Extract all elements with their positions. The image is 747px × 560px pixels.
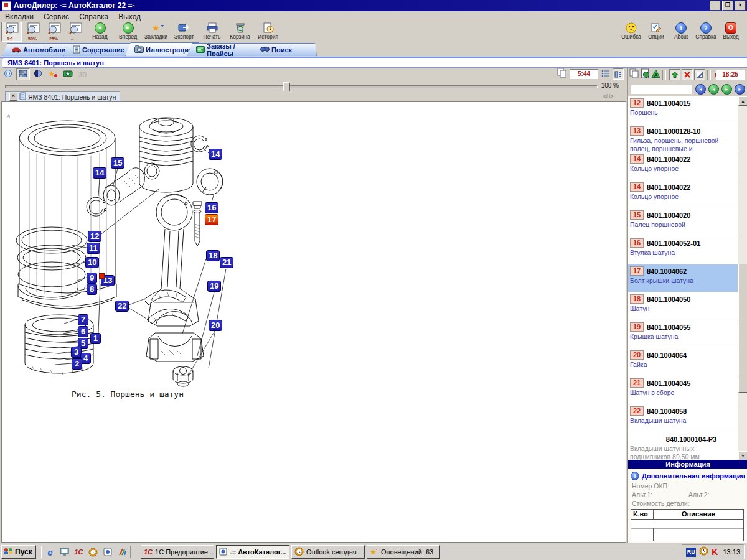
- panel-toolbar-button[interactable]: [641, 68, 650, 81]
- part-callout[interactable]: 10: [85, 257, 99, 268]
- view-mode-button[interactable]: ★: [46, 68, 60, 80]
- list-view-icon[interactable]: [601, 68, 611, 80]
- start-button[interactable]: Пуск: [1, 545, 36, 559]
- scroll-thumb[interactable]: [738, 264, 747, 393]
- part-callout[interactable]: 11: [87, 243, 100, 254]
- zoom-button[interactable]: 50%: [22, 22, 43, 42]
- toolbar-button[interactable]: ? Справка: [693, 22, 718, 40]
- desktop-icon[interactable]: [59, 546, 70, 558]
- view-mode-button[interactable]: [61, 68, 75, 80]
- zoom-button[interactable]: ↔: [65, 22, 85, 42]
- part-row[interactable]: 20 840.1004064 Гайка: [628, 348, 738, 376]
- part-callout[interactable]: 1: [90, 333, 101, 344]
- zoom-button[interactable]: 25%: [44, 22, 64, 42]
- tab[interactable]: Поиск: [251, 43, 317, 56]
- part-callout[interactable]: 8: [87, 284, 97, 295]
- part-callout[interactable]: 14: [209, 149, 222, 160]
- zoom-button[interactable]: 1:1: [1, 22, 22, 42]
- part-callout[interactable]: 22: [115, 301, 129, 312]
- part-callout[interactable]: 20: [209, 320, 222, 331]
- part-callout[interactable]: 12: [88, 231, 101, 242]
- copy-icon[interactable]: [557, 68, 567, 80]
- part-row[interactable]: 21 8401.1004045 Шатун в сборе: [628, 376, 738, 404]
- part-row[interactable]: 840.1000104-Р3 Вкладыши шатунных подшипн…: [628, 432, 738, 460]
- clock-icon[interactable]: [87, 546, 99, 558]
- part-callout[interactable]: 14: [93, 167, 106, 179]
- part-callout[interactable]: 6: [78, 326, 88, 337]
- nav-last-icon[interactable]: ►: [735, 83, 745, 95]
- list-view2-icon[interactable]: [613, 68, 624, 80]
- toolbar-button[interactable]: Опции: [644, 22, 669, 40]
- panel-toolbar-button[interactable]: [694, 68, 705, 81]
- scroll-up-arrow[interactable]: ▲: [738, 96, 747, 106]
- language-indicator[interactable]: RU: [686, 548, 696, 557]
- part-row[interactable]: 13 8401.1000128-10 Гильза, поршень, порш…: [628, 124, 738, 152]
- zoom-slider-track[interactable]: [5, 85, 598, 88]
- part-row[interactable]: 15 8401.1004020 Палец поршневой: [628, 208, 738, 236]
- close-doc-icon[interactable]: ×: [9, 93, 17, 101]
- part-row[interactable]: 19 8401.1004055 Крышка шатуна: [628, 320, 738, 348]
- menu-item[interactable]: Вкладки: [0, 12, 39, 22]
- parts-scrollbar[interactable]: ▲ ▼: [738, 96, 747, 460]
- nav-prev-icon[interactable]: ◄: [708, 83, 719, 95]
- toolbar-button[interactable]: i About: [669, 22, 693, 40]
- ie-icon[interactable]: e: [44, 546, 56, 558]
- part-callout[interactable]: 7: [78, 314, 88, 325]
- nav-next-icon[interactable]: ►: [721, 83, 732, 95]
- view-mode-button[interactable]: [16, 68, 30, 80]
- restore-button[interactable]: ❐: [722, 1, 733, 11]
- panel-toolbar-button[interactable]: [707, 70, 711, 80]
- part-row[interactable]: 18 8401.1004050 Шатун: [628, 292, 738, 320]
- part-callout[interactable]: 21: [220, 257, 233, 268]
- minimize-button[interactable]: _: [710, 1, 721, 11]
- toolbar-button[interactable]: Ошибка: [619, 22, 644, 40]
- task-button[interactable]: Outlook сегодня - ...: [291, 545, 365, 559]
- part-row[interactable]: 17 840.1004062 Болт крышки шатуна: [628, 264, 738, 292]
- part-callout[interactable]: 13: [101, 275, 115, 286]
- close-button[interactable]: ×: [735, 1, 746, 11]
- part-callout[interactable]: 16: [205, 202, 218, 213]
- scroll-down-arrow[interactable]: ▼: [738, 451, 747, 460]
- view-mode-button[interactable]: [31, 68, 45, 80]
- pencils-icon[interactable]: [116, 546, 128, 558]
- app-icon[interactable]: [101, 546, 113, 558]
- panel-toolbar-button[interactable]: [682, 68, 693, 81]
- panel-toolbar-button[interactable]: A: [651, 68, 660, 81]
- toolbar-button[interactable]: ★▼ Закладки: [142, 22, 170, 40]
- part-row[interactable]: 12 8401.1004015 Поршень: [628, 96, 738, 124]
- part-row[interactable]: 22 840.1004058 Вкладыши шатуна: [628, 404, 738, 432]
- document-tab[interactable]: × ЯМЗ 8401: Поршень и шатун: [5, 91, 120, 101]
- toolbar-button[interactable]: Корзина: [226, 22, 254, 40]
- drawing-canvas[interactable]: A: [1, 101, 626, 543]
- part-row[interactable]: 14 8401.1004022 Кольцо упорное: [628, 152, 738, 180]
- tray-clock-icon[interactable]: [699, 546, 708, 558]
- toolbar-button[interactable]: O Выход: [718, 22, 743, 40]
- part-callout[interactable]: 2: [72, 358, 82, 370]
- part-callout[interactable]: 15: [111, 157, 125, 169]
- antivirus-icon[interactable]: K: [712, 547, 718, 557]
- part-callout[interactable]: 19: [207, 281, 221, 292]
- panel-toolbar-button[interactable]: [629, 68, 639, 81]
- toolbar-button[interactable]: Экспорт: [170, 22, 198, 40]
- part-row[interactable]: 16 8401.1004052-01 Втулка шатуна: [628, 236, 738, 264]
- view-mode-button[interactable]: [1, 68, 15, 80]
- panel-toolbar-button[interactable]: [669, 68, 680, 81]
- part-callout[interactable]: 17: [205, 214, 218, 225]
- nav-first-icon[interactable]: ◄: [695, 83, 706, 95]
- part-search-input[interactable]: [631, 85, 692, 94]
- toolbar-button[interactable]: ► Вперед: [114, 22, 142, 40]
- view-mode-button[interactable]: 3D: [76, 68, 90, 80]
- toolbar-button[interactable]: Печать: [198, 22, 226, 40]
- zoom-slider-handle[interactable]: [283, 82, 290, 91]
- onec-icon[interactable]: 1С: [73, 546, 85, 558]
- part-row[interactable]: 14 8401.1004022 Кольцо упорное: [628, 180, 738, 208]
- toolbar-button[interactable]: История: [254, 22, 282, 40]
- part-callout[interactable]: 9: [87, 273, 97, 284]
- panel-toolbar-button[interactable]: [662, 70, 666, 80]
- task-button[interactable]: -= АвтоКаталог...: [216, 545, 289, 559]
- task-button[interactable]: 1С 1С:Предприятие ...: [141, 545, 214, 559]
- toolbar-button[interactable]: ◄ Назад: [86, 22, 114, 40]
- part-callout[interactable]: 18: [206, 250, 220, 261]
- doc-tab-scroll-arrows[interactable]: ◁▷: [603, 93, 616, 99]
- menu-item[interactable]: Справка: [74, 12, 113, 22]
